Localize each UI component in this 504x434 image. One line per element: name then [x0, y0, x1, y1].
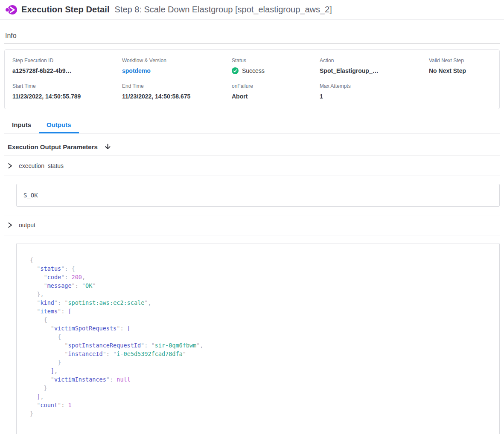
param-name-output: output: [19, 222, 35, 229]
execution-step-detail-page: Execution Step Detail Step 8: Scale Down…: [0, 0, 504, 434]
field-status: Status Success: [232, 58, 320, 74]
field-action: Action Spot_Elastigroup_…: [320, 58, 429, 74]
field-label: Step Execution ID: [12, 58, 122, 64]
spot-logo-icon: [5, 4, 17, 16]
field-label: Valid Next Step: [429, 58, 492, 64]
workflow-link[interactable]: spotdemo: [122, 67, 151, 74]
field-label: End Time: [122, 83, 232, 89]
field-valid-next-step: Valid Next Step No Next Step: [429, 58, 492, 74]
header: Execution Step Detail Step 8: Scale Down…: [0, 0, 504, 20]
param-row-execution-status[interactable]: execution_status: [4, 156, 500, 176]
page-title: Execution Step Detail: [21, 5, 110, 14]
param-name-execution-status: execution_status: [19, 162, 64, 169]
success-check-icon: [232, 67, 239, 74]
field-label: Start Time: [12, 83, 122, 89]
field-value: 11/23/2022, 14:50:55.789: [12, 93, 122, 100]
output-json-box: { "status": { "code": 200, "message": "O…: [16, 243, 500, 434]
field-empty: [429, 83, 492, 100]
field-workflow-version: Workflow & Version spotdemo: [122, 58, 232, 74]
status-badge: Success: [232, 67, 320, 74]
download-icon[interactable]: [104, 143, 111, 150]
info-section-title: Info: [4, 20, 500, 44]
field-label: Workflow & Version: [122, 58, 232, 64]
field-value: a125728f-6b22-4b9…: [12, 67, 122, 74]
page-subtitle: Step 8: Scale Down Elastgroup [spot_elas…: [115, 5, 332, 14]
field-value: 11/23/2022, 14:50:58.675: [122, 93, 232, 100]
output-parameters-title: Execution Output Parameters: [8, 143, 98, 150]
field-label: Status: [232, 58, 320, 64]
field-value: Abort: [232, 93, 320, 100]
field-step-execution-id: Step Execution ID a125728f-6b22-4b9…: [12, 58, 122, 74]
field-label: Max Attempts: [320, 83, 429, 89]
field-end-time: End Time 11/23/2022, 14:50:58.675: [122, 83, 232, 100]
field-start-time: Start Time 11/23/2022, 14:50:55.789: [12, 83, 122, 100]
output-parameters-header: Execution Output Parameters: [4, 143, 500, 156]
tab-outputs[interactable]: Outputs: [39, 118, 79, 133]
tab-inputs[interactable]: Inputs: [4, 118, 39, 133]
info-card: Step Execution ID a125728f-6b22-4b9… Wor…: [4, 49, 500, 109]
chevron-right-icon: [8, 223, 12, 228]
field-value: 1: [320, 93, 429, 100]
content: Info Step Execution ID a125728f-6b22-4b9…: [0, 20, 504, 434]
field-max-attempts: Max Attempts 1: [320, 83, 429, 100]
field-value: Spot_Elastigroup_…: [320, 67, 429, 74]
field-label: onFailure: [232, 83, 320, 89]
status-text: Success: [242, 67, 265, 74]
field-label: Action: [320, 58, 429, 64]
tabs: Inputs Outputs: [4, 118, 500, 133]
field-value: No Next Step: [429, 67, 492, 74]
execution-status-value-box: S_OK: [16, 184, 500, 207]
output-json-code: { "status": { "code": 200, "message": "O…: [30, 256, 492, 418]
param-row-output[interactable]: output: [4, 215, 500, 235]
execution-status-value: S_OK: [23, 192, 38, 199]
chevron-right-icon: [8, 163, 12, 168]
field-onfailure: onFailure Abort: [232, 83, 320, 100]
